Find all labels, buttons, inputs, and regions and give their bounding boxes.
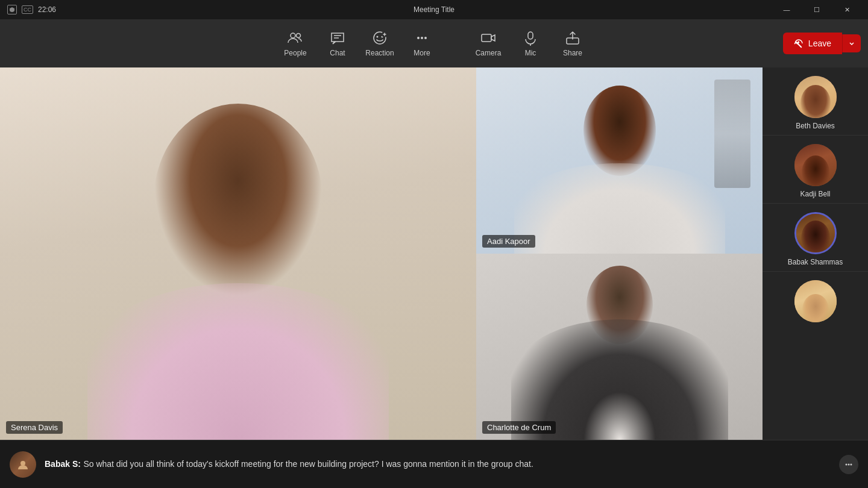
- avatar-babak: [794, 212, 837, 254]
- sidebar-person-last[interactable]: [763, 272, 868, 440]
- caption-avatar-icon: [17, 458, 29, 471]
- sidebar-name-beth: Beth Davies: [796, 122, 835, 130]
- window-controls: — ☐ ✕: [773, 0, 861, 19]
- svg-point-8: [424, 37, 427, 39]
- people-label: People: [284, 49, 306, 57]
- titlebar-left: CC 22:06: [7, 5, 56, 14]
- svg-point-3: [377, 36, 379, 38]
- people-icon: [287, 30, 304, 46]
- main-video-serena: Serena Davis: [0, 67, 476, 440]
- svg-point-0: [291, 33, 295, 38]
- avatar-container-kadji: [794, 144, 837, 186]
- toolbar: People Chat Reaction: [0, 19, 868, 67]
- more-label: More: [414, 49, 430, 57]
- more-options-icon: [844, 460, 854, 469]
- main-content: Serena Davis Aadi Kapoor: [0, 67, 868, 440]
- leave-button[interactable]: Leave: [783, 33, 842, 54]
- svg-rect-9: [482, 34, 491, 42]
- video-grid: Serena Davis Aadi Kapoor: [0, 67, 763, 440]
- toolbar-mic[interactable]: Mic: [509, 19, 552, 67]
- video-placeholder-charlotte: [476, 254, 763, 440]
- side-video-charlotte: Charlotte de Crum: [476, 254, 763, 440]
- caption-more-button[interactable]: [839, 455, 858, 474]
- toolbar-chat[interactable]: Chat: [316, 19, 359, 67]
- sidebar-person-beth[interactable]: Beth Davies: [763, 67, 868, 136]
- titlebar: CC 22:06 Meeting Title — ☐ ✕: [0, 0, 868, 19]
- cc-icon: CC: [22, 5, 33, 14]
- meeting-title: Meeting Title: [414, 5, 454, 14]
- sidebar-name-kadji: Kadji Bell: [800, 190, 830, 198]
- camera-icon: [480, 30, 497, 46]
- avatar-last: [794, 280, 837, 322]
- sidebar-name-babak: Babak Shammas: [788, 258, 843, 266]
- camera-label: Camera: [476, 49, 502, 57]
- svg-point-6: [417, 37, 420, 39]
- side-video-aadi: Aadi Kapoor: [476, 67, 763, 254]
- svg-point-1: [297, 34, 301, 38]
- maximize-button[interactable]: ☐: [803, 0, 831, 19]
- phone-icon: [794, 39, 804, 48]
- mic-icon: [522, 30, 539, 46]
- toolbar-reaction[interactable]: Reaction: [359, 19, 401, 67]
- side-videos: Aadi Kapoor Charlotte de Crum: [476, 67, 763, 440]
- participant-name-charlotte: Charlotte de Crum: [482, 421, 556, 434]
- shield-icon: [7, 5, 17, 14]
- avatar-kadji: [794, 144, 837, 186]
- chat-label: Chat: [330, 49, 345, 57]
- chat-icon: [329, 30, 346, 46]
- toolbar-more[interactable]: More: [401, 19, 443, 67]
- avatar-container-last: [794, 280, 837, 322]
- toolbar-share[interactable]: Share: [552, 19, 594, 67]
- participant-name-serena: Serena Davis: [6, 421, 63, 434]
- caption-message: So what did you all think of today's kic…: [83, 459, 533, 469]
- svg-point-7: [421, 37, 423, 39]
- caption-text: Babak S: So what did you all think of to…: [45, 458, 858, 471]
- toolbar-people[interactable]: People: [274, 19, 316, 67]
- video-placeholder-serena: [0, 67, 476, 440]
- caption-bar: Babak S: So what did you all think of to…: [0, 440, 868, 488]
- avatar-beth: [794, 76, 837, 118]
- leave-chevron-button[interactable]: [842, 34, 861, 52]
- svg-point-17: [851, 463, 852, 465]
- meeting-time: 22:06: [38, 5, 56, 14]
- leave-label: Leave: [808, 39, 831, 48]
- toolbar-camera[interactable]: Camera: [467, 19, 509, 67]
- caption-speaker-name: Babak S:: [45, 459, 81, 469]
- participant-name-aadi: Aadi Kapoor: [482, 235, 535, 248]
- mic-label: Mic: [525, 49, 536, 57]
- svg-point-14: [20, 461, 25, 466]
- minimize-button[interactable]: —: [773, 0, 800, 19]
- sidebar: Beth Davies Kadji Bell: [763, 67, 868, 440]
- avatar-container-babak: [794, 212, 837, 254]
- share-icon: [564, 30, 581, 46]
- share-label: Share: [563, 49, 582, 57]
- reaction-icon: [371, 30, 388, 46]
- reaction-label: Reaction: [365, 49, 394, 57]
- avatar-container-beth: [794, 76, 837, 118]
- leave-button-group: Leave: [783, 33, 861, 54]
- svg-point-15: [846, 463, 848, 465]
- video-placeholder-aadi: [476, 67, 763, 254]
- svg-point-16: [848, 463, 850, 465]
- sidebar-person-kadji[interactable]: Kadji Bell: [763, 136, 868, 204]
- chevron-down-icon: [849, 40, 855, 46]
- close-button[interactable]: ✕: [833, 0, 861, 19]
- sidebar-person-babak[interactable]: Babak Shammas: [763, 204, 868, 272]
- caption-speaker-avatar: [10, 451, 36, 478]
- more-icon: [414, 30, 430, 46]
- svg-rect-10: [528, 32, 533, 39]
